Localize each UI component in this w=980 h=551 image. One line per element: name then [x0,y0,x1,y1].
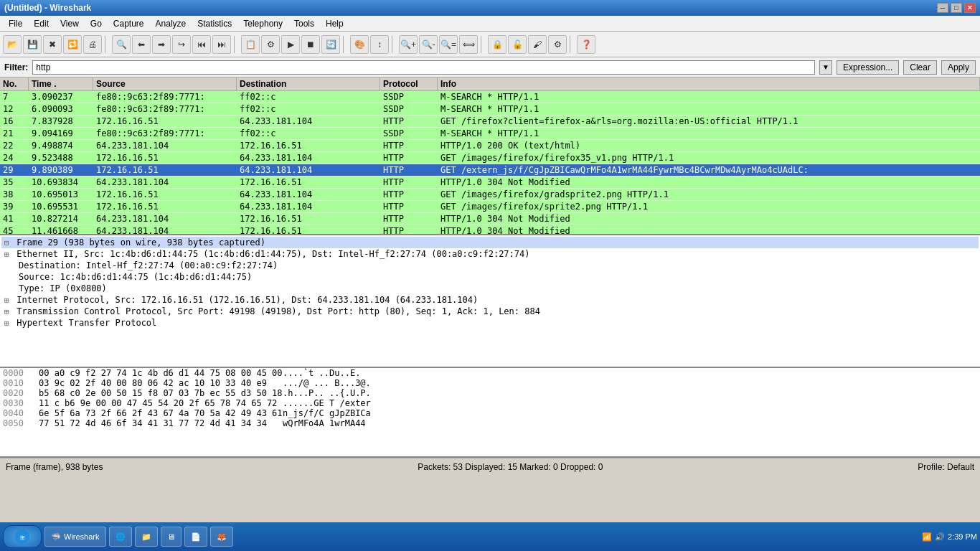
detail-row[interactable]: Destination: Intel-Hf_f2:27:74 (00:a0:c9… [1,260,979,271]
packet-cell: 41 [0,213,29,225]
detail-row[interactable]: Type: IP (0x0800) [1,283,979,294]
menu-help[interactable]: Help [320,17,349,30]
packet-row[interactable]: 249.523488172.16.16.5164.233.181.104HTTP… [0,152,980,164]
clear-button[interactable]: Clear [903,60,937,75]
tb-start-capture[interactable]: ▶ [281,35,300,54]
tb-capture-options[interactable]: ⚙ [261,35,280,54]
start-button[interactable]: ⊞ [3,525,42,548]
packet-row[interactable]: 3810.695013172.16.16.5164.233.181.104HTT… [0,189,980,201]
tb-fwd[interactable]: ➡ [152,35,171,54]
packet-cell: HTTP [380,189,438,200]
hex-ascii: wQrMFo4A 1wrMA44 [283,418,366,428]
col-no[interactable]: No. [0,77,29,90]
filter-dropdown[interactable]: ▼ [819,60,832,75]
packet-cell: 64.233.181.104 [93,176,237,188]
packet-row[interactable]: 126.090093fe80::9c63:2f89:7771:ff02::cSS… [0,103,980,116]
expression-button[interactable]: Expression... [837,60,899,75]
packet-cell: 9.498874 [29,140,93,151]
col-time[interactable]: Time . [29,77,93,90]
packet-row[interactable]: 4110.82721464.233.181.104172.16.16.51HTT… [0,213,980,225]
packet-cell: 39 [0,201,29,212]
menu-tools[interactable]: Tools [288,17,320,30]
taskbar-app4[interactable]: 📄 [184,527,207,547]
tb-reload[interactable]: 🔁 [63,35,82,54]
tb-goto[interactable]: ↪ [172,35,191,54]
tb-zoom-reset[interactable]: 🔍= [439,35,458,54]
tb-last[interactable]: ⏭ [212,35,231,54]
taskbar-firefox[interactable]: 🌐 [109,527,132,547]
hex-bytes: 6e 5f 6a 73 2f 66 2f 43 67 4a 70 5a 42 4… [39,408,283,418]
detail-row[interactable]: ⊞ Hypertext Transfer Protocol [1,317,979,329]
menu-analyze[interactable]: Analyze [150,17,192,30]
tb-resize-columns[interactable]: ⟺ [459,35,478,54]
tb-zoom-out[interactable]: 🔍- [419,35,438,54]
menu-telephony[interactable]: Telephony [237,17,288,30]
tb-zoom-in[interactable]: 🔍+ [399,35,418,54]
packet-cell: 172.16.16.51 [237,176,380,188]
tb-close[interactable]: ✖ [43,35,62,54]
filter-input[interactable] [32,60,815,75]
apply-button[interactable]: Apply [941,60,976,75]
packet-row[interactable]: 3910.695531172.16.16.5164.233.181.104HTT… [0,201,980,213]
detail-row[interactable]: ⊞ Internet Protocol, Src: 172.16.16.51 (… [1,294,979,306]
tb-print[interactable]: 🖨 [83,35,102,54]
tb-colorize[interactable]: 🎨 [350,35,369,54]
tb-find[interactable]: 🔍 [112,35,131,54]
tb-save[interactable]: 💾 [23,35,42,54]
detail-row[interactable]: Source: 1c:4b:d6:d1:44:75 (1c:4b:d6:d1:4… [1,271,979,283]
tb-stop-capture[interactable]: ⏹ [301,35,320,54]
detail-row[interactable]: ⊞ Ethernet II, Src: 1c:4b:d6:d1:44:75 (1… [1,248,979,260]
col-proto[interactable]: Protocol [380,77,438,90]
tb-back[interactable]: ⬅ [132,35,151,54]
packet-row[interactable]: 73.090237fe80::9c63:2f89:7771:ff02::cSSD… [0,91,980,103]
packet-row[interactable]: 229.49887464.233.181.104172.16.16.51HTTP… [0,140,980,152]
col-dest[interactable]: Destination [237,77,380,90]
packet-cell: ff02::c [237,91,380,103]
tb-colorize-rules[interactable]: 🖌 [528,35,547,54]
tb-restart-capture[interactable]: 🔄 [321,35,340,54]
packet-cell: 45 [0,225,29,235]
taskbar-wireshark[interactable]: 🦈 Wireshark [44,527,106,547]
packet-cell: HTTP [380,140,438,151]
menu-statistics[interactable]: Statistics [192,17,237,30]
title-text: (Untitled) - Wireshark [4,3,91,13]
detail-row[interactable]: ⊟ Frame 29 (938 bytes on wire, 938 bytes… [1,237,979,248]
detail-row[interactable]: ⊞ Transmission Control Protocol, Src Por… [1,306,979,317]
filter-bar: Filter: ▼ Expression... Clear Apply [0,57,980,77]
packet-cell: 22 [0,140,29,151]
taskbar-app5-icon: 🦊 [217,532,227,542]
status-profile: Profile: Default [918,462,974,472]
tb-help[interactable]: ❓ [577,35,595,54]
col-source[interactable]: Source [93,77,237,90]
detail-text: Frame 29 (938 bytes on wire, 938 bytes c… [17,237,265,248]
tb-first[interactable]: ⏮ [192,35,211,54]
tb-display-filters[interactable]: 🔓 [508,35,527,54]
minimize-button[interactable]: ─ [937,3,948,13]
tb-capture-interfaces[interactable]: 📋 [241,35,260,54]
menu-view[interactable]: View [55,17,85,30]
packet-cell: 172.16.16.51 [93,116,237,127]
packet-row[interactable]: 4511.46166864.233.181.104172.16.16.51HTT… [0,225,980,235]
taskbar-folder[interactable]: 📁 [135,527,158,547]
col-info[interactable]: Info [438,77,980,90]
tb-auto-scroll[interactable]: ↕ [370,35,389,54]
taskbar-app5[interactable]: 🦊 [210,527,233,547]
menu-file[interactable]: File [3,17,28,30]
packet-cell: 172.16.16.51 [93,201,237,212]
tb-prefs[interactable]: ⚙ [548,35,567,54]
packet-row[interactable]: 219.094169fe80::9c63:2f89:7771:ff02::cSS… [0,128,980,140]
tb-capture-filters[interactable]: 🔒 [488,35,507,54]
packet-cell: HTTP [380,152,438,164]
tb-open[interactable]: 📂 [3,35,22,54]
menu-capture[interactable]: Capture [108,17,150,30]
menu-edit[interactable]: Edit [28,17,55,30]
packet-cell: fe80::9c63:2f89:7771: [93,128,237,139]
taskbar-app3[interactable]: 🖥 [161,527,182,547]
packet-row[interactable]: 299.890389172.16.16.5164.233.181.104HTTP… [0,164,980,176]
packet-cell: HTTP [380,225,438,235]
packet-row[interactable]: 167.837928172.16.16.5164.233.181.104HTTP… [0,116,980,128]
menu-go[interactable]: Go [85,17,108,30]
maximize-button[interactable]: □ [951,3,962,13]
packet-row[interactable]: 3510.69383464.233.181.104172.16.16.51HTT… [0,176,980,189]
close-button[interactable]: ✕ [964,3,976,13]
